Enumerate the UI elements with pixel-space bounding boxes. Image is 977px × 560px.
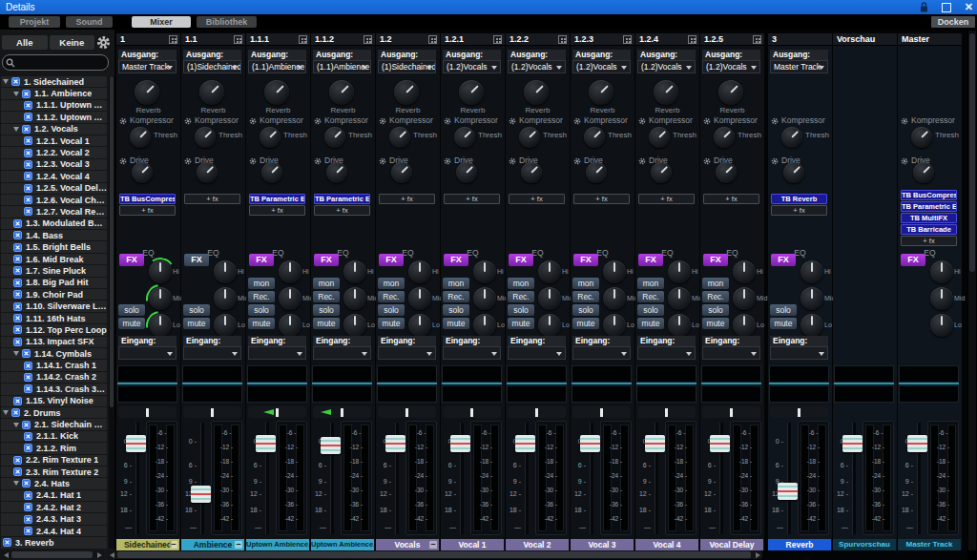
mute-button[interactable]: mute <box>378 318 405 329</box>
pan-slider[interactable] <box>770 406 828 418</box>
fx-button[interactable]: FX <box>901 254 925 266</box>
add-fx-button[interactable]: + fx <box>314 205 370 216</box>
input-select[interactable] <box>770 346 828 360</box>
pan-slider[interactable] <box>313 406 371 418</box>
track-checkbox[interactable]: ✕ <box>24 113 32 121</box>
track-list-item[interactable]: ✕1.14.1. Crash 1 <box>1 360 107 370</box>
pan-handle[interactable] <box>470 408 473 417</box>
track-list-item[interactable]: ✕2.4.4. Hat 4 <box>1 526 107 536</box>
channel-name[interactable]: Vocal 2 <box>506 539 569 550</box>
channel-header[interactable]: 1.2.5 <box>700 33 764 46</box>
fader-handle[interactable] <box>645 435 665 452</box>
fader-handle[interactable] <box>710 435 730 452</box>
output-select[interactable]: (1.2)Vocals <box>572 60 631 73</box>
drive-knob[interactable] <box>521 162 542 183</box>
add-fx-button[interactable]: + fx <box>509 194 565 204</box>
fx-button[interactable]: FX <box>638 254 663 266</box>
track-list-item[interactable]: ✕2.4. Hats <box>1 478 107 488</box>
track-list-item[interactable]: ✕1.15. Vinyl Noise <box>1 396 107 406</box>
output-select[interactable]: (1.2)Vocals <box>508 60 566 73</box>
eq-lo-knob[interactable] <box>343 314 366 337</box>
input-select[interactable] <box>702 346 760 360</box>
record-arm-button[interactable]: Rec. <box>378 291 405 302</box>
track-checkbox[interactable]: ✕ <box>24 373 32 382</box>
pan-slider[interactable] <box>118 406 177 418</box>
tab-bibliothek[interactable]: Bibliothek <box>197 16 257 28</box>
sidebar-h-scrollbar[interactable] <box>2 550 104 559</box>
plugin-button[interactable]: TB Parametric Equ... <box>249 194 305 204</box>
eq-mid-knob[interactable] <box>214 287 237 310</box>
drive-knob[interactable] <box>913 162 934 183</box>
collapse-button[interactable]: – <box>235 541 242 549</box>
expander-icon[interactable] <box>3 410 9 415</box>
reverb-knob[interactable] <box>459 80 484 105</box>
drive-knob[interactable] <box>261 162 282 183</box>
search-input[interactable] <box>2 54 109 71</box>
track-list-item[interactable]: ✕1.2.7. Vocal Reverb ... <box>1 206 107 217</box>
gear-icon[interactable] <box>96 35 111 50</box>
output-select[interactable]: (1.1)Ambience <box>248 60 306 73</box>
input-select[interactable] <box>378 346 436 360</box>
eq-mid-knob[interactable] <box>930 287 953 310</box>
rack-view-icon[interactable] <box>493 35 502 44</box>
eq-mid-knob[interactable] <box>603 287 626 310</box>
record-arm-button[interactable]: Rec. <box>443 291 469 302</box>
expander-icon[interactable] <box>13 92 19 96</box>
track-checkbox[interactable]: ✕ <box>13 338 22 346</box>
eq-lo-knob[interactable] <box>538 314 561 337</box>
channel-header[interactable]: 1.2.4 <box>635 33 699 46</box>
pan-slider[interactable] <box>702 406 760 418</box>
fader-handle[interactable] <box>450 435 470 452</box>
monitor-button[interactable]: mon <box>378 278 405 289</box>
eq-mid-knob[interactable] <box>343 287 366 310</box>
eq-hi-knob[interactable] <box>930 260 953 283</box>
track-checkbox[interactable]: ✕ <box>13 314 22 322</box>
plugin-button[interactable]: TB BusCompressor <box>901 190 957 200</box>
channel-name[interactable]: Vocal 1 <box>441 539 504 550</box>
pan-slider[interactable] <box>248 406 306 418</box>
eq-lo-knob[interactable] <box>408 314 431 337</box>
track-checkbox[interactable]: ✕ <box>24 149 32 157</box>
record-arm-button[interactable]: Rec. <box>313 291 340 302</box>
track-checkbox[interactable]: ✕ <box>13 456 22 465</box>
plugin-button[interactable]: TB MultiFX <box>901 213 957 223</box>
pan-handle[interactable] <box>665 408 668 417</box>
expander-icon[interactable] <box>13 351 19 356</box>
add-fx-button[interactable]: + fx <box>119 205 176 216</box>
mute-button[interactable]: mute <box>508 318 534 329</box>
reverb-knob[interactable] <box>524 80 549 105</box>
monitor-button[interactable]: mon <box>637 278 664 289</box>
track-checkbox[interactable]: ✕ <box>3 538 11 547</box>
track-list-item[interactable]: ✕2.1.2. Rim <box>1 443 107 453</box>
track-list-item[interactable]: ✕2. Drums <box>1 407 107 418</box>
track-list-item[interactable]: ✕1.5. Bright Bells <box>1 241 107 252</box>
monitor-button[interactable]: mon <box>572 278 599 289</box>
monitor-button[interactable]: mon <box>248 278 275 289</box>
channel-name[interactable]: Sidechained– <box>116 539 179 550</box>
thresh-knob[interactable] <box>454 127 475 148</box>
mixer-h-scrollbar[interactable] <box>108 550 762 559</box>
track-list-item[interactable]: ✕1.14.3. Crash 3 & Rev <box>1 384 107 394</box>
eq-mid-knob[interactable] <box>149 287 172 310</box>
drive-knob[interactable] <box>586 162 607 183</box>
plugin-button[interactable]: TB Barricade <box>901 224 957 235</box>
eq-hi-knob[interactable] <box>538 260 561 283</box>
thresh-knob[interactable] <box>389 127 410 148</box>
track-list-item[interactable]: ✕1.4. Bass <box>1 230 107 240</box>
tab-sound[interactable]: Sound <box>66 16 113 28</box>
thresh-knob[interactable] <box>195 127 216 148</box>
track-checkbox[interactable]: ✕ <box>13 219 22 228</box>
input-select[interactable] <box>637 346 696 360</box>
drive-knob[interactable] <box>783 162 804 183</box>
channel-header[interactable]: Vorschau <box>833 33 897 46</box>
reverb-knob[interactable] <box>718 80 743 105</box>
track-list-item[interactable]: ✕1.2.5. Vocal Delay <box>1 183 107 194</box>
fx-button[interactable]: FX <box>119 254 144 266</box>
channel-name[interactable]: Spurvorschau <box>833 539 896 550</box>
thresh-knob[interactable] <box>324 127 345 148</box>
solo-button[interactable]: solo <box>572 304 599 316</box>
thresh-knob[interactable] <box>130 127 151 148</box>
expander-icon[interactable] <box>13 423 19 427</box>
rack-view-icon[interactable] <box>623 35 632 44</box>
track-checkbox[interactable]: ✕ <box>24 184 32 193</box>
